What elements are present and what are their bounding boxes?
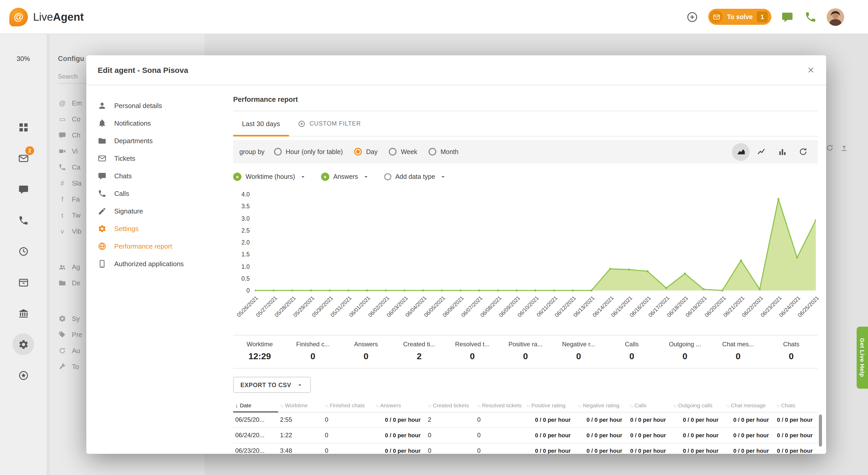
column-header-worktime[interactable]: ↑↓Worktime (278, 399, 322, 412)
modal-nav-performance-report[interactable]: Performance report (86, 237, 222, 255)
groupby-week[interactable]: Week (389, 148, 417, 156)
table-row[interactable]: 06/24/20...1:2200 / 0 per hour000 / 0 pe… (233, 428, 818, 443)
device-icon (98, 259, 106, 268)
performance-report-section: Performance report Last 30 daysCUSTOM FI… (222, 85, 826, 454)
bell-icon (98, 119, 106, 127)
to-solve-count-badge: 1 (757, 11, 768, 22)
modal-nav-chats[interactable]: Chats (86, 167, 222, 185)
groupby-day[interactable]: Day (354, 148, 377, 156)
sidebar-calls-button[interactable] (8, 205, 39, 236)
sidebar-chats-button[interactable] (8, 174, 39, 205)
modal-nav-departments[interactable]: Departments (86, 132, 222, 149)
groupby-month[interactable]: Month (429, 148, 459, 156)
user-avatar[interactable] (827, 8, 844, 26)
refresh-icon[interactable] (826, 142, 834, 152)
to-solve-button[interactable]: To solve 1 (708, 9, 771, 25)
top-bar: @ LiveAgent To solve 1 (0, 0, 868, 34)
modal-nav-signature[interactable]: Signature (86, 202, 222, 220)
user-icon (98, 101, 106, 110)
modal-nav-calls[interactable]: Calls (86, 185, 222, 202)
sidebar-nav: 2 (0, 112, 46, 391)
avatar-image (827, 8, 844, 26)
get-live-help-tab[interactable]: Get Live Help (857, 327, 868, 389)
column-header-chats[interactable]: ↑↓Chats (774, 399, 818, 412)
calls-status-button[interactable] (803, 9, 818, 24)
groupby-hour-only-for-table[interactable]: Hour (only for table) (274, 148, 343, 156)
modal-nav-tickets[interactable]: Tickets (86, 149, 222, 167)
remove-icon[interactable]: × (321, 172, 329, 181)
y-axis-tick: 0 (246, 287, 250, 293)
column-header-calls[interactable]: ↑↓Calls (627, 399, 671, 412)
modal-nav-notifications[interactable]: Notifications (86, 114, 222, 132)
chart-y-axis: 4.03.53.02.52.01.51.00.50 (233, 191, 250, 292)
tw-icon: t (58, 212, 67, 219)
remove-icon[interactable]: × (233, 172, 241, 181)
sidebar-settings-button[interactable] (8, 329, 39, 360)
sort-icon: ↑↓ (629, 404, 633, 409)
table-row[interactable]: 06/23/20...3:4800 / 0 per hour000 / 0 pe… (233, 443, 818, 454)
column-header-answers[interactable]: ↑↓Answers (373, 399, 426, 412)
datatype-chip-worktime-hours[interactable]: ×Worktime (hours) (233, 172, 306, 181)
sidebar-starred-button[interactable] (8, 360, 39, 391)
modal-title: Edit agent - Sona Pisova (98, 66, 188, 74)
summary-chat-mes: Chat mes...0 (712, 341, 765, 362)
sidebar-billing-button[interactable] (8, 298, 39, 329)
sidebar-tickets-button[interactable]: 2 (8, 142, 39, 174)
column-header-finished-chats[interactable]: ↑↓Finished chats (323, 399, 373, 412)
upload-icon[interactable] (840, 142, 848, 152)
radio-icon (384, 173, 391, 180)
plus-circle-icon (298, 120, 305, 127)
chat-icon (98, 171, 106, 180)
line-chart-button[interactable] (753, 143, 770, 160)
column-header-resolved-tickets[interactable]: ↑↓Resolved tickets (475, 399, 524, 412)
chevron-down-icon (297, 381, 304, 388)
phone-icon (98, 189, 106, 198)
chart-type-buttons (732, 143, 812, 160)
to-solve-label: To solve (727, 13, 753, 21)
sort-icon: ↑↓ (527, 404, 530, 409)
radio-icon (354, 148, 362, 156)
modal-nav-authorized-applications[interactable]: Authorized applications (86, 255, 222, 273)
column-header-outgoing-calls[interactable]: ↑↓Outgoing calls (671, 399, 724, 412)
tab-custom-filter[interactable]: CUSTOM FILTER (289, 111, 370, 136)
chevron-down-icon (362, 173, 369, 180)
column-header-chat-message[interactable]: ↑↓Chat message (724, 399, 774, 412)
gear-icon (98, 224, 106, 233)
column-header-positive-rating[interactable]: ↑↓Positive rating (524, 399, 576, 412)
sidebar-dashboard-button[interactable] (8, 112, 39, 142)
wrench-icon (58, 363, 67, 371)
mail-icon (98, 154, 106, 163)
close-button[interactable] (807, 66, 815, 74)
add-button[interactable] (685, 9, 700, 24)
export-to-csv-button[interactable]: EXPORT TO CSV (233, 377, 311, 393)
column-header-date[interactable]: ↓Date (233, 399, 278, 412)
modal-nav-personal-details[interactable]: Personal details (86, 97, 222, 114)
chart-x-axis: 05/26/202105/27/202105/28/202105/29/2021… (255, 295, 816, 323)
chats-status-button[interactable] (780, 9, 795, 24)
column-header-negative-rating[interactable]: ↑↓Negative rating (576, 399, 627, 412)
area-chart-button[interactable] (732, 143, 750, 160)
data-type-chips: ×Worktime (hours)×AnswersAdd data type (233, 170, 818, 183)
chart-plot-area (255, 191, 816, 292)
table-scrollbar[interactable] (819, 414, 822, 447)
summary-row: Worktime12:29Finished c...0Answers0Creat… (233, 335, 818, 369)
sidebar-history-button[interactable] (8, 236, 39, 267)
calls-icon (18, 215, 29, 226)
datatype-chip-answers[interactable]: ×Answers (321, 172, 369, 181)
column-header-created-tickets[interactable]: ↑↓Created tickets (426, 399, 475, 412)
sidebar-archive-button[interactable] (8, 267, 39, 298)
sort-desc-icon: ↓ (235, 403, 238, 408)
sort-icon: ↑↓ (280, 404, 283, 409)
bar-chart-button[interactable] (773, 143, 791, 160)
add-data-type[interactable]: Add data type (384, 173, 446, 180)
tab-last-30-days[interactable]: Last 30 days (233, 111, 289, 136)
mail-icon (710, 10, 723, 23)
starred-icon (18, 370, 29, 381)
table-row[interactable]: 06/25/20...2:5500 / 0 per hour200 / 0 pe… (233, 412, 818, 428)
y-axis-tick: 0.5 (241, 276, 250, 282)
modal-nav-settings[interactable]: Settings (86, 220, 222, 237)
folder-icon (98, 136, 106, 145)
sort-icon: ↑↓ (375, 404, 379, 409)
refresh-button[interactable] (794, 143, 812, 160)
background-toolbar (826, 142, 848, 152)
